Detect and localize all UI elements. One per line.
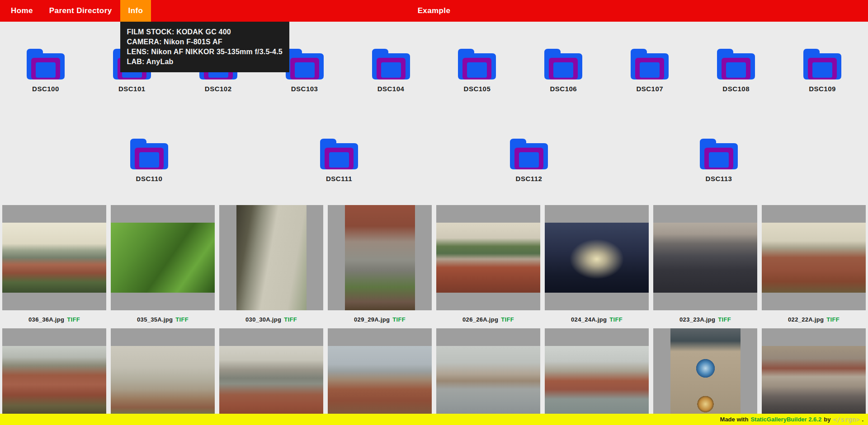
thumbnail-link[interactable] bbox=[436, 205, 540, 310]
thumbnail-image-castle-district-rooftops bbox=[2, 346, 106, 416]
builder-link[interactable]: StaticGalleryBuilder 2.6.2 bbox=[750, 416, 821, 423]
folder-item-dsc108[interactable]: DSC108 bbox=[695, 49, 777, 93]
folder-item-dsc106[interactable]: DSC106 bbox=[523, 49, 604, 93]
thumbnail-link[interactable] bbox=[545, 205, 649, 310]
thumbnail-link[interactable] bbox=[111, 328, 215, 425]
thumbnail-item: 024_24A.jpg TIFF bbox=[545, 205, 649, 328]
folder-icon bbox=[717, 49, 755, 79]
thumbnail-link[interactable] bbox=[436, 328, 540, 425]
folder-label: DSC107 bbox=[636, 85, 663, 93]
thumbnail-item: 036_36A.jpg TIFF bbox=[2, 205, 106, 328]
thumbnail-link[interactable] bbox=[545, 328, 649, 425]
thumbnail-item: 023_23A.jpg TIFF bbox=[653, 205, 757, 328]
thumbnail-link[interactable] bbox=[762, 328, 866, 425]
folder-item-dsc113[interactable]: DSC113 bbox=[678, 139, 760, 182]
folder-icon bbox=[458, 49, 496, 79]
nav-item-parent-directory[interactable]: Parent Directory bbox=[41, 0, 120, 22]
folder-icon bbox=[286, 49, 324, 79]
nav-item-home[interactable]: Home bbox=[3, 0, 41, 22]
folder-item-dsc100[interactable]: DSC100 bbox=[5, 49, 86, 93]
thumbnail-image-rooftop-panorama-castle bbox=[762, 223, 866, 293]
folder-label: DSC109 bbox=[809, 85, 836, 93]
folder-label: DSC108 bbox=[722, 85, 750, 93]
thumbnail-item: 022_22A.jpg TIFF bbox=[762, 205, 866, 328]
thumbnail-item: 030_30A.jpg TIFF bbox=[219, 205, 323, 328]
folder-item-dsc112[interactable]: DSC112 bbox=[488, 139, 570, 182]
thumbnail-image-astronomical-clock-tower bbox=[670, 328, 741, 425]
thumbnail-filename: 029_29A.jpg bbox=[354, 316, 390, 323]
thumbnail-image-night-cathedral-towers bbox=[545, 223, 649, 293]
thumbnail-image-city-panorama-with-spire bbox=[2, 223, 106, 293]
folder-item-dsc104[interactable]: DSC104 bbox=[350, 49, 432, 93]
tiff-link[interactable]: TIFF bbox=[501, 316, 514, 323]
thumbnail-item bbox=[328, 328, 432, 425]
thumbnail-link[interactable] bbox=[2, 205, 106, 310]
tiff-link[interactable]: TIFF bbox=[284, 316, 297, 323]
thumbnail-filename: 030_30A.jpg bbox=[245, 316, 281, 323]
thumbnail-image-green-foliage bbox=[111, 223, 215, 293]
folder-item-dsc107[interactable]: DSC107 bbox=[609, 49, 690, 93]
thumbnail-link[interactable] bbox=[111, 205, 215, 310]
thumbnail-item bbox=[111, 328, 215, 425]
footer: Made with StaticGalleryBuilder 2.6.2 by … bbox=[0, 414, 868, 425]
thumbnail-link[interactable] bbox=[653, 205, 757, 310]
folder-item-dsc109[interactable]: DSC109 bbox=[782, 49, 863, 93]
folder-label: DSC103 bbox=[291, 85, 318, 93]
thumbnail-image-castle-across-river bbox=[545, 346, 649, 416]
thumbnail-item bbox=[762, 328, 866, 425]
footer-dot: . bbox=[862, 416, 863, 423]
tiff-link[interactable]: TIFF bbox=[826, 316, 840, 323]
thumbnail-filename: 036_36A.jpg bbox=[28, 316, 64, 323]
thumbnail-item: 035_35A.jpg TIFF bbox=[111, 205, 215, 328]
folder-icon bbox=[130, 139, 168, 169]
nav-item-info[interactable]: Info bbox=[120, 0, 151, 22]
folder-label: DSC106 bbox=[550, 85, 577, 93]
folder-item-dsc111[interactable]: DSC111 bbox=[298, 139, 380, 182]
thumbnail-link[interactable] bbox=[328, 205, 432, 310]
srgn-logo[interactable]: </srgn> bbox=[833, 416, 859, 423]
nav-info-wrap: Info FILM STOCK: KODAK GC 400 CAMERA: Ni… bbox=[120, 0, 151, 22]
thumbnail-link[interactable] bbox=[328, 328, 432, 425]
thumbnail-image-river-with-boat bbox=[436, 346, 540, 416]
folder-label: DSC112 bbox=[516, 175, 542, 182]
thumbnail-image-river-bridge-cityscape bbox=[219, 346, 323, 416]
folder-icon bbox=[320, 139, 358, 169]
thumbnail-image-tree-over-hazy-city bbox=[236, 205, 307, 310]
info-line-lab: LAB: AnyLab bbox=[127, 57, 283, 67]
folder-label: DSC104 bbox=[377, 85, 405, 93]
thumbnail-image-aerial-street-red-roofs bbox=[345, 205, 415, 310]
thumbnail-filename: 024_24A.jpg bbox=[571, 316, 607, 323]
footer-by-text: by bbox=[824, 416, 830, 423]
thumbnail-link[interactable] bbox=[2, 328, 106, 425]
tiff-link[interactable]: TIFF bbox=[609, 316, 623, 323]
folder-label: DSC100 bbox=[32, 85, 59, 93]
folder-icon bbox=[372, 49, 410, 79]
info-panel: FILM STOCK: KODAK GC 400 CAMERA: Nikon F… bbox=[120, 22, 289, 72]
tiff-link[interactable]: TIFF bbox=[67, 316, 80, 323]
thumbnail-image-rooftops-and-towers bbox=[328, 346, 432, 416]
thumbnail-item bbox=[545, 328, 649, 425]
info-line-lens: LENS: Nikon AF NIKKOR 35-135mm f/3.5-4.5 bbox=[127, 47, 283, 57]
thumbnail-link[interactable] bbox=[762, 205, 866, 310]
footer-made-with-text: Made with bbox=[720, 416, 749, 423]
thumbnail-image-red-rooftops-green-hill bbox=[436, 223, 540, 293]
folder-icon bbox=[27, 49, 65, 79]
folder-icon bbox=[700, 139, 738, 169]
folder-icon bbox=[544, 49, 582, 79]
tiff-link[interactable]: TIFF bbox=[392, 316, 406, 323]
thumbnail-link[interactable] bbox=[653, 328, 757, 425]
thumbnail-item: 029_29A.jpg TIFF bbox=[328, 205, 432, 328]
folder-label: DSC102 bbox=[205, 85, 232, 93]
folder-icon bbox=[631, 49, 669, 79]
thumbnail-link[interactable] bbox=[219, 328, 323, 425]
thumbnail-image-misty-river-city bbox=[111, 346, 215, 416]
thumbnail-link[interactable] bbox=[219, 205, 323, 310]
folder-label: DSC101 bbox=[118, 85, 146, 93]
thumbnail-image-crowded-square bbox=[653, 223, 757, 293]
folder-item-dsc110[interactable]: DSC110 bbox=[108, 139, 190, 182]
thumbnail-filename: 022_22A.jpg bbox=[788, 316, 824, 323]
tiff-link[interactable]: TIFF bbox=[175, 316, 189, 323]
tiff-link[interactable]: TIFF bbox=[718, 316, 731, 323]
folder-item-dsc105[interactable]: DSC105 bbox=[436, 49, 518, 93]
thumbnail-filename: 023_23A.jpg bbox=[679, 316, 715, 323]
